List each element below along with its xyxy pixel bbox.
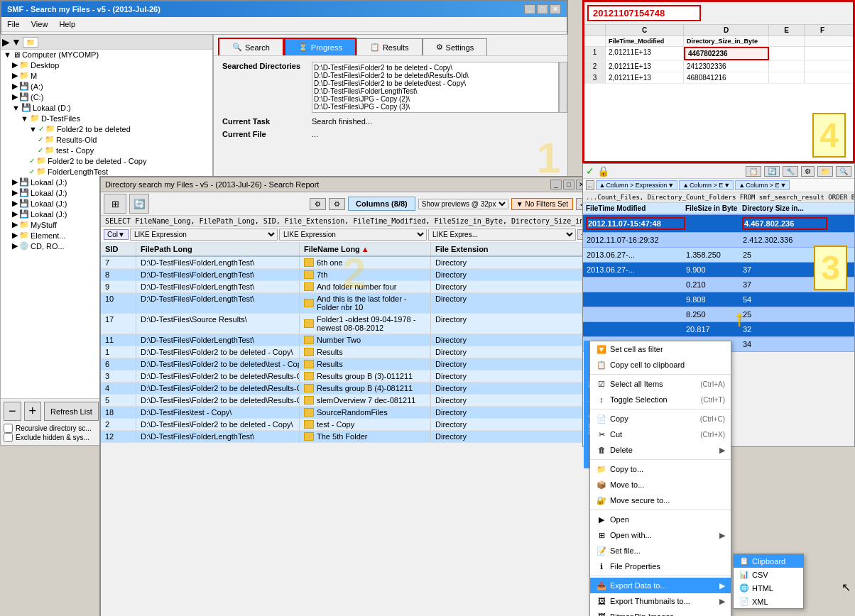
tree-folder2[interactable]: ▼ ✓ 📁 Folder2 to be deleted: [26, 123, 212, 134]
cell-d3[interactable]: 4680841216: [684, 72, 769, 83]
close-button[interactable]: ✕: [550, 4, 561, 14]
preview-select[interactable]: Show previews @ 32px: [418, 199, 508, 209]
export-clipboard[interactable]: 📋 Clipboard: [734, 554, 803, 568]
table-row[interactable]: 1 D:\D-TestFiles\Folder2 to be deleted -…: [101, 346, 592, 358]
ctx-open-with[interactable]: ⊞ Open with... ▶: [590, 527, 731, 543]
tree-c[interactable]: ▶ 💾 (C:): [9, 92, 212, 102]
tree-minus-button[interactable]: −: [4, 402, 21, 421]
col-header-ext[interactable]: File Extension: [431, 243, 516, 255]
table-row[interactable]: 10 D:\D-TestFiles\FolderLengthTest\ And …: [101, 293, 592, 314]
table-row[interactable]: 7 D:\D-TestFiles\FolderLengthTest\ 6th o…: [101, 257, 592, 269]
table-row[interactable]: 17 D:\D-TestFiles\Source Results\ Folder…: [101, 314, 592, 334]
tree-dtestfiles[interactable]: ▼ 📁 D-TestFiles: [18, 113, 212, 123]
cell-d1[interactable]: 4467802236: [684, 47, 769, 60]
scrollbar[interactable]: [559, 62, 567, 113]
table-row[interactable]: 3 D:\D-TestFiles\Folder2 to be deleted\R…: [101, 370, 592, 383]
searched-dirs-list[interactable]: D:\D-TestFiles\Folder2 to be deleted - C…: [312, 62, 559, 113]
table-row[interactable]: 4 D:\D-TestFiles\Folder2 to be deleted\R…: [101, 383, 592, 395]
cell-c1[interactable]: 2,01211E+13: [606, 47, 684, 60]
tree-results-old[interactable]: ✓ 📁 Results-Old: [35, 134, 212, 145]
tree-test-copy[interactable]: ✓ 📁 test - Copy: [35, 145, 212, 155]
ctx-copy-cell[interactable]: 📋 Copy cell to clipboard: [590, 357, 731, 373]
like-expr-2[interactable]: LIKE Expression: [279, 229, 427, 241]
ctx-export-data[interactable]: 📤 Export Data to... ▶: [590, 578, 731, 593]
cell-c3[interactable]: 2,01211E+13: [606, 72, 684, 83]
table-row[interactable]: 9 D:\D-TestFiles\FolderLengthTest\ And f…: [101, 281, 592, 293]
col-header-sid[interactable]: SID: [101, 243, 136, 255]
smf-col-dropdown-2[interactable]: ▲Column > E▼: [679, 180, 734, 190]
report-icon-button[interactable]: ⚙: [310, 198, 326, 210]
ctx-set-filter[interactable]: 🔽 Set cell as filter: [590, 341, 731, 357]
tree-m[interactable]: ▶ 📁 M: [9, 70, 212, 81]
recursive-checkbox[interactable]: [4, 424, 13, 433]
ctx-set-file[interactable]: 📝 Set file...: [590, 543, 731, 559]
table-row[interactable]: 6 D:\D-TestFiles\Folder2 to be deleted\t…: [101, 358, 592, 370]
minimize-button[interactable]: _: [524, 4, 535, 14]
menu-file[interactable]: File: [4, 18, 23, 30]
formula-input[interactable]: [587, 5, 701, 21]
tree-lokaal-d[interactable]: ▼ 💾 Lokaal (D:): [9, 102, 212, 113]
col-header-filename[interactable]: FileName Long ▲: [300, 243, 431, 255]
smf-row-6[interactable]: 9.808 54: [583, 292, 854, 307]
report-maximize[interactable]: □: [563, 180, 574, 189]
report-icon2-button[interactable]: ⚙: [329, 198, 345, 210]
tab-progress[interactable]: ⏳ Progress: [284, 38, 356, 55]
table-row[interactable]: 11 D:\D-TestFiles\FolderLengthTest\ Numb…: [101, 334, 592, 346]
like-expr-3[interactable]: LIKE Expres...: [428, 229, 576, 241]
smf-row-7[interactable]: 8.250 25: [583, 307, 854, 322]
smf-col-toggle[interactable]: ...: [586, 180, 594, 190]
tree-folder2-copy[interactable]: ✓ 📁 Folder2 to be deleted - Copy: [26, 155, 212, 166]
ctx-move-secure[interactable]: 🔐 Move secure to...: [590, 493, 731, 508]
refresh-list-button[interactable]: Refresh List: [44, 402, 99, 421]
smf-toolbar-btn6[interactable]: 🔍: [836, 166, 851, 177]
ctx-select-all[interactable]: ☑ Select all Items (Ctrl+A): [590, 376, 731, 392]
table-row[interactable]: 18 D:\D-TestFiles\test - Copy\ SourceRan…: [101, 407, 592, 419]
report-refresh-button[interactable]: 🔄: [129, 194, 149, 214]
smf-row-2[interactable]: 2012.11.07-16:29:32 2.412.302.336: [583, 233, 854, 248]
tree-desktop[interactable]: ▶ 📁 Desktop: [9, 60, 212, 70]
smf-toolbar-btn4[interactable]: ⚙: [801, 166, 815, 177]
maximize-button[interactable]: □: [537, 4, 548, 14]
table-row[interactable]: 8 D:\D-TestFiles\FolderLengthTest\ 7th D…: [101, 269, 592, 281]
ctx-copy[interactable]: 📄 Copy (Ctrl+C): [590, 411, 731, 427]
ctx-copy-to[interactable]: 📁 Copy to...: [590, 461, 731, 477]
smf-row-5[interactable]: 0.210 37: [583, 277, 854, 292]
menu-help[interactable]: Help: [56, 18, 78, 30]
export-csv[interactable]: 📊 CSV: [734, 568, 803, 581]
tree-plus-button[interactable]: +: [24, 402, 42, 421]
report-minimize[interactable]: _: [550, 180, 562, 189]
table-row[interactable]: 5 D:\D-TestFiles\Folder2 to be deleted\R…: [101, 395, 592, 407]
cell-d2[interactable]: 2412302336: [684, 61, 769, 72]
ctx-bitmap[interactable]: 🖼 BitmapRip Images: [590, 609, 731, 616]
smf-row-1[interactable]: 2012.11.07-15:47:48 4.467.802.236: [583, 215, 854, 233]
tree-a[interactable]: ▶ 💾 (A:): [9, 81, 212, 92]
ctx-delete[interactable]: 🗑 Delete ▶: [590, 442, 731, 458]
ctx-open[interactable]: ▶ Open: [590, 512, 731, 527]
export-html[interactable]: 🌐 HTML: [734, 581, 803, 595]
table-row[interactable]: 2 D:\D-TestFiles\Folder2 to be deleted -…: [101, 419, 592, 431]
smf-toolbar-btn2[interactable]: 🔄: [764, 166, 780, 177]
filter-button[interactable]: ▼ No Filters Set: [511, 198, 573, 210]
smf-col-dropdown-3[interactable]: ▲Column > E▼: [735, 180, 790, 190]
hidden-checkbox[interactable]: [4, 433, 13, 442]
columns-button[interactable]: Columns (8/8): [348, 197, 415, 211]
smf-toolbar-btn5[interactable]: 📁: [817, 166, 833, 177]
ctx-export-thumbnails[interactable]: 🖼 Export Thumbnails to... ▶: [590, 593, 731, 609]
smf-col-dropdown-1[interactable]: ▲Column > Expression▼: [596, 180, 678, 190]
cell-c2[interactable]: 2,01211E+13: [606, 61, 684, 72]
like-expr-1[interactable]: LIKE Expression: [130, 229, 278, 241]
smf-row-8[interactable]: 20.817 32: [583, 322, 854, 337]
ctx-toggle[interactable]: ↕ Toggle Selection (Ctrl+T): [590, 392, 731, 407]
smf-toolbar-btn3[interactable]: 🔧: [783, 166, 798, 177]
ctx-cut[interactable]: ✂ Cut (Ctrl+X): [590, 427, 731, 442]
tab-search[interactable]: 🔍 Search: [218, 38, 284, 55]
tab-results[interactable]: 📋 Results: [356, 38, 423, 55]
export-xml[interactable]: 📄 XML: [734, 595, 803, 608]
menu-view[interactable]: View: [28, 18, 51, 30]
smf-toolbar-btn1[interactable]: 📋: [746, 166, 761, 177]
report-grid-button[interactable]: ⊞: [104, 194, 126, 214]
tree-computer[interactable]: ▼ 🖥 Computer (MYCOMP): [1, 50, 212, 60]
tab-settings[interactable]: ⚙ Settings: [423, 38, 488, 55]
table-scroll[interactable]: 7 D:\D-TestFiles\FolderLengthTest\ 6th o…: [101, 257, 592, 555]
table-row[interactable]: 12 D:\D-TestFiles\FolderLengthTest\ The …: [101, 431, 592, 443]
